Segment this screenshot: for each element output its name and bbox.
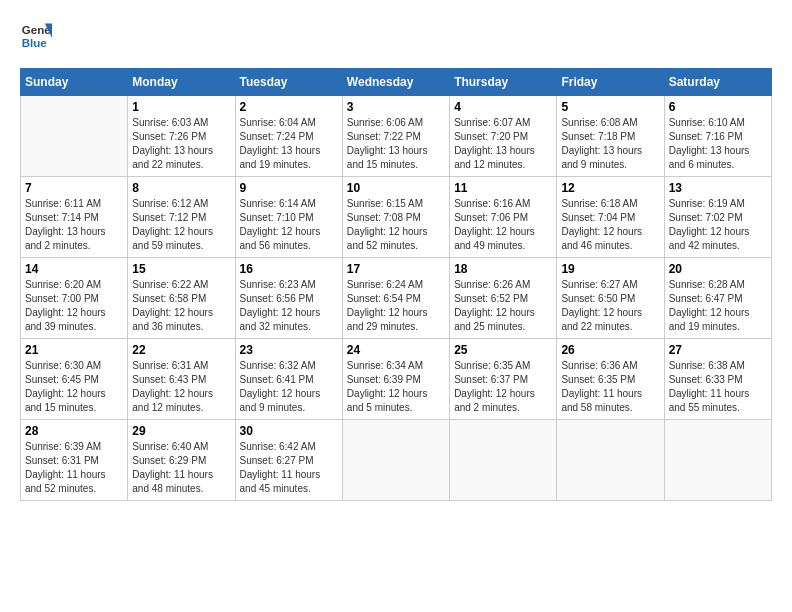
weekday-header: Thursday xyxy=(450,69,557,96)
calendar-cell: 10Sunrise: 6:15 AM Sunset: 7:08 PM Dayli… xyxy=(342,177,449,258)
calendar-cell xyxy=(342,420,449,501)
day-info: Sunrise: 6:35 AM Sunset: 6:37 PM Dayligh… xyxy=(454,359,552,415)
day-number: 18 xyxy=(454,262,552,276)
weekday-header: Saturday xyxy=(664,69,771,96)
day-number: 14 xyxy=(25,262,123,276)
calendar-week-row: 21Sunrise: 6:30 AM Sunset: 6:45 PM Dayli… xyxy=(21,339,772,420)
day-number: 27 xyxy=(669,343,767,357)
day-info: Sunrise: 6:19 AM Sunset: 7:02 PM Dayligh… xyxy=(669,197,767,253)
calendar-cell: 12Sunrise: 6:18 AM Sunset: 7:04 PM Dayli… xyxy=(557,177,664,258)
day-info: Sunrise: 6:38 AM Sunset: 6:33 PM Dayligh… xyxy=(669,359,767,415)
day-number: 2 xyxy=(240,100,338,114)
calendar-week-row: 28Sunrise: 6:39 AM Sunset: 6:31 PM Dayli… xyxy=(21,420,772,501)
day-number: 4 xyxy=(454,100,552,114)
calendar-cell xyxy=(21,96,128,177)
calendar-cell: 24Sunrise: 6:34 AM Sunset: 6:39 PM Dayli… xyxy=(342,339,449,420)
day-number: 6 xyxy=(669,100,767,114)
calendar-cell: 28Sunrise: 6:39 AM Sunset: 6:31 PM Dayli… xyxy=(21,420,128,501)
calendar-cell: 20Sunrise: 6:28 AM Sunset: 6:47 PM Dayli… xyxy=(664,258,771,339)
calendar-cell xyxy=(450,420,557,501)
day-number: 17 xyxy=(347,262,445,276)
calendar-cell: 6Sunrise: 6:10 AM Sunset: 7:16 PM Daylig… xyxy=(664,96,771,177)
calendar-cell: 30Sunrise: 6:42 AM Sunset: 6:27 PM Dayli… xyxy=(235,420,342,501)
day-info: Sunrise: 6:42 AM Sunset: 6:27 PM Dayligh… xyxy=(240,440,338,496)
day-info: Sunrise: 6:10 AM Sunset: 7:16 PM Dayligh… xyxy=(669,116,767,172)
calendar-cell: 14Sunrise: 6:20 AM Sunset: 7:00 PM Dayli… xyxy=(21,258,128,339)
day-info: Sunrise: 6:12 AM Sunset: 7:12 PM Dayligh… xyxy=(132,197,230,253)
calendar-cell: 18Sunrise: 6:26 AM Sunset: 6:52 PM Dayli… xyxy=(450,258,557,339)
calendar-cell: 8Sunrise: 6:12 AM Sunset: 7:12 PM Daylig… xyxy=(128,177,235,258)
day-number: 9 xyxy=(240,181,338,195)
calendar-cell: 19Sunrise: 6:27 AM Sunset: 6:50 PM Dayli… xyxy=(557,258,664,339)
day-info: Sunrise: 6:15 AM Sunset: 7:08 PM Dayligh… xyxy=(347,197,445,253)
calendar-week-row: 7Sunrise: 6:11 AM Sunset: 7:14 PM Daylig… xyxy=(21,177,772,258)
day-number: 30 xyxy=(240,424,338,438)
day-number: 24 xyxy=(347,343,445,357)
weekday-header: Tuesday xyxy=(235,69,342,96)
weekday-header: Friday xyxy=(557,69,664,96)
logo: General Blue xyxy=(20,20,52,52)
calendar-week-row: 14Sunrise: 6:20 AM Sunset: 7:00 PM Dayli… xyxy=(21,258,772,339)
calendar-cell: 25Sunrise: 6:35 AM Sunset: 6:37 PM Dayli… xyxy=(450,339,557,420)
calendar-week-row: 1Sunrise: 6:03 AM Sunset: 7:26 PM Daylig… xyxy=(21,96,772,177)
day-number: 20 xyxy=(669,262,767,276)
day-number: 1 xyxy=(132,100,230,114)
day-number: 10 xyxy=(347,181,445,195)
calendar-cell: 13Sunrise: 6:19 AM Sunset: 7:02 PM Dayli… xyxy=(664,177,771,258)
day-info: Sunrise: 6:36 AM Sunset: 6:35 PM Dayligh… xyxy=(561,359,659,415)
day-info: Sunrise: 6:39 AM Sunset: 6:31 PM Dayligh… xyxy=(25,440,123,496)
day-info: Sunrise: 6:32 AM Sunset: 6:41 PM Dayligh… xyxy=(240,359,338,415)
day-info: Sunrise: 6:03 AM Sunset: 7:26 PM Dayligh… xyxy=(132,116,230,172)
calendar-cell: 23Sunrise: 6:32 AM Sunset: 6:41 PM Dayli… xyxy=(235,339,342,420)
day-number: 11 xyxy=(454,181,552,195)
day-info: Sunrise: 6:34 AM Sunset: 6:39 PM Dayligh… xyxy=(347,359,445,415)
day-number: 7 xyxy=(25,181,123,195)
calendar-cell: 1Sunrise: 6:03 AM Sunset: 7:26 PM Daylig… xyxy=(128,96,235,177)
day-info: Sunrise: 6:06 AM Sunset: 7:22 PM Dayligh… xyxy=(347,116,445,172)
calendar-table: SundayMondayTuesdayWednesdayThursdayFrid… xyxy=(20,68,772,501)
day-info: Sunrise: 6:22 AM Sunset: 6:58 PM Dayligh… xyxy=(132,278,230,334)
day-info: Sunrise: 6:16 AM Sunset: 7:06 PM Dayligh… xyxy=(454,197,552,253)
day-number: 21 xyxy=(25,343,123,357)
calendar-cell: 5Sunrise: 6:08 AM Sunset: 7:18 PM Daylig… xyxy=(557,96,664,177)
day-info: Sunrise: 6:20 AM Sunset: 7:00 PM Dayligh… xyxy=(25,278,123,334)
day-info: Sunrise: 6:04 AM Sunset: 7:24 PM Dayligh… xyxy=(240,116,338,172)
calendar-header-row: SundayMondayTuesdayWednesdayThursdayFrid… xyxy=(21,69,772,96)
day-number: 12 xyxy=(561,181,659,195)
calendar-cell: 2Sunrise: 6:04 AM Sunset: 7:24 PM Daylig… xyxy=(235,96,342,177)
day-number: 28 xyxy=(25,424,123,438)
calendar-cell: 15Sunrise: 6:22 AM Sunset: 6:58 PM Dayli… xyxy=(128,258,235,339)
day-number: 15 xyxy=(132,262,230,276)
calendar-cell: 29Sunrise: 6:40 AM Sunset: 6:29 PM Dayli… xyxy=(128,420,235,501)
day-number: 8 xyxy=(132,181,230,195)
calendar-cell: 22Sunrise: 6:31 AM Sunset: 6:43 PM Dayli… xyxy=(128,339,235,420)
day-number: 23 xyxy=(240,343,338,357)
calendar-cell: 26Sunrise: 6:36 AM Sunset: 6:35 PM Dayli… xyxy=(557,339,664,420)
day-number: 26 xyxy=(561,343,659,357)
calendar-cell: 4Sunrise: 6:07 AM Sunset: 7:20 PM Daylig… xyxy=(450,96,557,177)
day-info: Sunrise: 6:40 AM Sunset: 6:29 PM Dayligh… xyxy=(132,440,230,496)
day-info: Sunrise: 6:08 AM Sunset: 7:18 PM Dayligh… xyxy=(561,116,659,172)
calendar-cell: 16Sunrise: 6:23 AM Sunset: 6:56 PM Dayli… xyxy=(235,258,342,339)
calendar-cell: 21Sunrise: 6:30 AM Sunset: 6:45 PM Dayli… xyxy=(21,339,128,420)
calendar-cell: 17Sunrise: 6:24 AM Sunset: 6:54 PM Dayli… xyxy=(342,258,449,339)
svg-text:Blue: Blue xyxy=(22,37,48,49)
day-info: Sunrise: 6:14 AM Sunset: 7:10 PM Dayligh… xyxy=(240,197,338,253)
calendar-cell: 11Sunrise: 6:16 AM Sunset: 7:06 PM Dayli… xyxy=(450,177,557,258)
day-number: 19 xyxy=(561,262,659,276)
calendar-cell: 7Sunrise: 6:11 AM Sunset: 7:14 PM Daylig… xyxy=(21,177,128,258)
day-number: 3 xyxy=(347,100,445,114)
day-number: 5 xyxy=(561,100,659,114)
calendar-cell xyxy=(664,420,771,501)
logo-icon: General Blue xyxy=(20,20,52,52)
day-number: 13 xyxy=(669,181,767,195)
day-info: Sunrise: 6:18 AM Sunset: 7:04 PM Dayligh… xyxy=(561,197,659,253)
day-info: Sunrise: 6:30 AM Sunset: 6:45 PM Dayligh… xyxy=(25,359,123,415)
weekday-header: Monday xyxy=(128,69,235,96)
day-info: Sunrise: 6:23 AM Sunset: 6:56 PM Dayligh… xyxy=(240,278,338,334)
day-info: Sunrise: 6:27 AM Sunset: 6:50 PM Dayligh… xyxy=(561,278,659,334)
day-number: 25 xyxy=(454,343,552,357)
day-info: Sunrise: 6:24 AM Sunset: 6:54 PM Dayligh… xyxy=(347,278,445,334)
day-info: Sunrise: 6:28 AM Sunset: 6:47 PM Dayligh… xyxy=(669,278,767,334)
day-info: Sunrise: 6:31 AM Sunset: 6:43 PM Dayligh… xyxy=(132,359,230,415)
